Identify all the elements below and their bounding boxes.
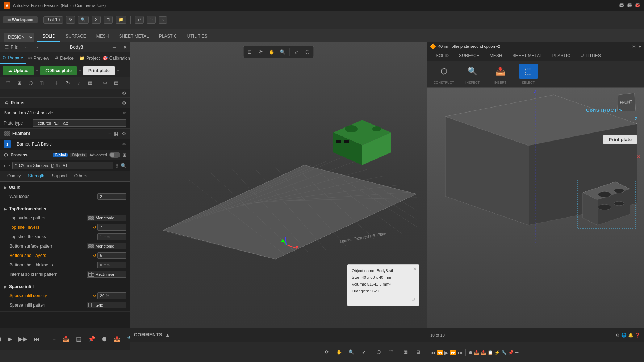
proc-tab-others[interactable]: Others <box>71 171 91 181</box>
cut-btn[interactable]: ✂ <box>100 78 110 88</box>
layers-btn[interactable]: ▤ <box>111 78 121 88</box>
tab-utilities[interactable]: UTILITIES <box>182 31 213 42</box>
slicer-forward-button[interactable]: → <box>32 43 40 51</box>
filament-config-button[interactable]: ▦ <box>114 131 119 136</box>
slicer-back-button[interactable]: ← <box>22 43 30 51</box>
fusion-tool-e[interactable]: ⚡ <box>494 350 500 355</box>
vb-orbit-btn[interactable]: ⟳ <box>322 348 332 357</box>
sparse-infill-density-reset[interactable]: ↺ <box>93 294 96 298</box>
close-doc-button[interactable]: ✕ <box>92 16 101 24</box>
fusion-tool-d[interactable]: 📋 <box>488 350 493 355</box>
tag-objects[interactable]: Objects <box>70 153 87 157</box>
bottom-shell-thickness-value-box[interactable]: 0 mm <box>97 262 126 268</box>
tab-surface[interactable]: SURFACE <box>60 31 91 42</box>
slicer-viewport[interactable]: Bambu Textured PEI Plate <box>130 42 427 328</box>
filament-settings-button[interactable]: ⚙ <box>122 131 126 136</box>
print-plate-button[interactable]: Print plate <box>83 66 115 75</box>
fusion-tab-surface[interactable]: SURFACE <box>454 51 485 61</box>
slicer-last-btn[interactable]: ⏭ <box>32 334 42 344</box>
fusion-tab-sheet-metal[interactable]: SHEET METAL <box>507 51 547 61</box>
slicer-minimize[interactable]: ─ <box>113 45 116 50</box>
grid-view-button[interactable]: ⊞ <box>104 16 113 24</box>
close-button[interactable]: ✕ <box>635 3 640 8</box>
plate-type-value[interactable]: Textured PEI Plate <box>33 119 126 127</box>
info-collapse[interactable]: ⊟ <box>352 296 415 303</box>
folder-button[interactable]: 📁 <box>116 16 126 24</box>
vp-pan-btn[interactable]: ✋ <box>267 47 277 56</box>
fusion-tool-a[interactable]: ⬢ <box>469 350 472 355</box>
arrange-btn[interactable]: ▦ <box>85 78 95 88</box>
tab-prepare[interactable]: ⚙ Prepare <box>0 52 26 64</box>
slicer-play-btn[interactable]: ▶ <box>5 334 14 344</box>
sparse-infill-header[interactable]: ▶ Sparse infill <box>0 282 130 291</box>
fusion-pb-next[interactable]: ⏩ <box>450 350 456 355</box>
home-button[interactable]: ⌂ <box>159 16 167 24</box>
tab-calibration[interactable]: 🎯 Calibration <box>103 52 130 64</box>
tab-sheet-metal[interactable]: SHEET METAL <box>114 31 154 42</box>
slicer-maximize[interactable]: □ <box>118 45 121 50</box>
proc-tab-strength[interactable]: Strength <box>24 171 48 181</box>
fusion-bottom-btn-2[interactable]: 🌐 <box>621 333 627 338</box>
vb-wireframe-btn[interactable]: ⬚ <box>386 348 396 357</box>
fusion-tool-b[interactable]: 📥 <box>474 350 479 355</box>
slicer-file-button[interactable]: ☰ PrepareFile <box>3 43 20 51</box>
fusion-bottom-btn-4[interactable]: ❓ <box>635 333 640 338</box>
vb-zoom3-btn[interactable]: ⤢ <box>359 348 369 357</box>
fusion-close-button[interactable]: ✕ <box>632 44 636 49</box>
vb-hand-btn[interactable]: ✋ <box>334 348 344 357</box>
slicer-import-btn[interactable]: 📥 <box>60 334 72 344</box>
fusion-bottom-btn-1[interactable]: ⚙ <box>616 333 620 338</box>
fusion-tool-f[interactable]: 🔧 <box>501 350 507 355</box>
printer-edit-button[interactable]: ✏ <box>123 110 126 115</box>
bottom-surface-pattern-dropdown[interactable]: Monotonic <box>87 243 126 249</box>
vb-view-btn[interactable]: ⬡ <box>373 348 384 357</box>
fusion-bottom-btn-3[interactable]: 🔔 <box>628 333 633 338</box>
fusion-new-tab-button[interactable]: + <box>638 44 641 49</box>
proc-tab-support[interactable]: Support <box>48 171 71 181</box>
vb-layers-btn2[interactable]: ▦ <box>401 348 411 357</box>
advanced-toggle[interactable] <box>109 152 120 158</box>
maximize-button[interactable]: □ <box>627 3 632 8</box>
rotate-btn[interactable]: ↻ <box>63 78 73 88</box>
fusion-tool-h[interactable]: ✛ <box>515 350 519 355</box>
tag-global[interactable]: Global <box>53 153 68 157</box>
insert-button[interactable]: 📥 <box>491 64 510 79</box>
settings-gear-button[interactable]: ⚙ <box>122 90 126 96</box>
tab-solid[interactable]: SOLID <box>37 31 60 42</box>
design-dropdown[interactable]: DESIGN <box>4 33 34 42</box>
upload-button[interactable]: ☁ Upload <box>3 66 34 75</box>
fusion-tab-plastic[interactable]: PLASTIC <box>547 51 576 61</box>
undo-button[interactable]: ↩ <box>135 16 144 24</box>
internal-solid-infill-dropdown[interactable]: Rectilinear <box>87 271 126 278</box>
printer-settings-btn[interactable]: ⚙ <box>122 100 126 106</box>
fusion-pb-prev[interactable]: ⏪ <box>437 350 443 355</box>
bottom-shell-layers-value-box[interactable]: 5 <box>97 252 126 259</box>
slicer-layers-btn[interactable]: ▤ <box>74 334 84 344</box>
slicer-close[interactable]: ✕ <box>123 45 127 50</box>
sparse-infill-pattern-dropdown[interactable]: Grid <box>87 302 126 308</box>
move-btn[interactable]: ✛ <box>51 78 62 88</box>
tab-project[interactable]: 📁 Project <box>77 52 103 64</box>
fusion-tab-solid[interactable]: SOLID <box>431 51 454 61</box>
view-cube-btn[interactable]: ⬚ <box>3 78 13 88</box>
search-button[interactable]: 🔍 <box>78 16 89 24</box>
fusion-tab-mesh[interactable]: MESH <box>485 51 507 61</box>
filament-add-button[interactable]: + <box>103 131 105 136</box>
comments-expand-button[interactable]: ▲ <box>165 332 170 338</box>
scale-btn[interactable]: ⤢ <box>74 78 84 88</box>
grid-btn[interactable]: ⊞ <box>14 78 24 88</box>
top-shell-layers-value-box[interactable]: 7 <box>97 224 126 231</box>
vp-fit-btn[interactable]: ⤢ <box>292 47 302 56</box>
info-popup-close-button[interactable]: ✕ <box>413 266 417 272</box>
select-button[interactable]: ⬚ <box>519 64 538 79</box>
fusion-print-plate-btn[interactable]: Print plate <box>603 135 637 144</box>
construct-button[interactable]: ⬡ <box>434 64 453 79</box>
perspective-btn[interactable]: ◫ <box>37 78 47 88</box>
fusion-tool-g[interactable]: 📌 <box>508 350 514 355</box>
tab-preview[interactable]: 👁 Preview <box>26 52 51 64</box>
top-shell-thickness-value-box[interactable]: 1 mm <box>97 233 126 240</box>
slicer-add-btn[interactable]: + <box>50 334 58 344</box>
profile-input[interactable] <box>12 162 113 169</box>
profile-search-button[interactable]: 🔍 <box>121 163 126 168</box>
vb-grid-btn[interactable]: ⊞ <box>413 348 423 357</box>
